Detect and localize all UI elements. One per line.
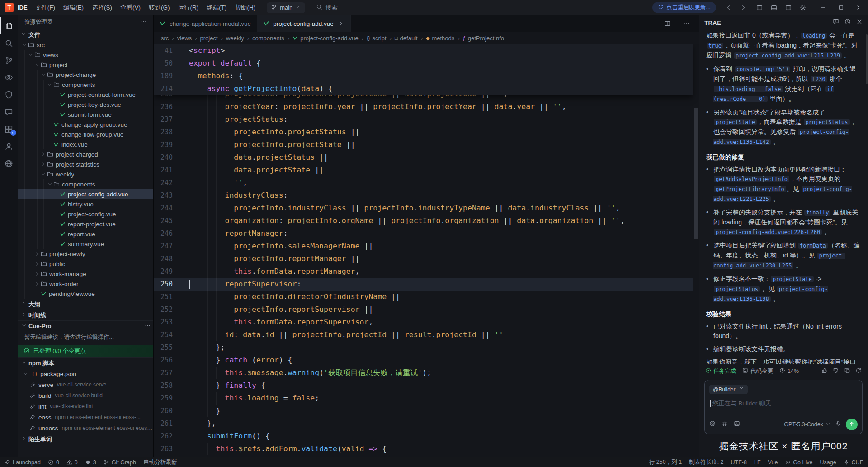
activity-debug[interactable] (0, 86, 18, 103)
breadcrumb-views[interactable]: views (177, 35, 192, 42)
model-selector[interactable]: GPT-5.3-Codex (784, 421, 830, 428)
scrollbar-thumb[interactable] (694, 108, 698, 239)
chat-messages[interactable]: 如果接口返回非 0（或者异常），loading 会一直是 true，页面就一直看… (699, 30, 868, 364)
statusbar-language-mode[interactable]: Vue (768, 459, 778, 466)
menu-item-6[interactable]: 终端(T) (203, 4, 231, 12)
breadcrumb-script[interactable]: {}script (367, 35, 386, 42)
mic-button[interactable] (835, 420, 841, 429)
statusbar-git-graph[interactable]: Git Graph (104, 459, 136, 466)
tree-file-summary.vue[interactable]: summary.vue (18, 239, 153, 249)
menu-item-3[interactable]: 查看(V) (116, 4, 145, 12)
section-npm-scripts[interactable]: npm 脚本 (18, 357, 153, 368)
newchat-button[interactable] (833, 19, 839, 27)
send-button[interactable] (846, 419, 858, 430)
arrowright-button[interactable] (737, 1, 750, 14)
activity-browser[interactable] (0, 155, 18, 172)
activity-extensions[interactable]: 5 (0, 120, 18, 138)
chat-input-box[interactable]: @Builder 您正在与 Builder 聊天 GPT-5.3-Codex (704, 380, 863, 434)
tree-file-index.vue[interactable]: index.vue (18, 139, 153, 149)
branch-selector[interactable]: main (267, 2, 305, 13)
history-button[interactable] (844, 19, 851, 27)
tree-file-submit-form.vue[interactable]: submit-form.vue (18, 110, 153, 119)
thumbup-button[interactable] (821, 367, 828, 375)
breadcrumb-default[interactable]: □default (395, 35, 418, 42)
tree-folder-project-statistics[interactable]: project-statistics (18, 159, 153, 169)
file-link[interactable]: project-config-add.vue:L215-L239 (734, 52, 842, 59)
tree-folder-work-manage[interactable]: work-manage (18, 269, 153, 279)
tree-folder-views[interactable]: views (18, 50, 153, 60)
statusbar-cue[interactable]: CUE (844, 459, 863, 466)
window-maximize-button[interactable] (832, 0, 850, 15)
npm-serve[interactable]: servevue-cli-service serve (18, 379, 153, 390)
activity-preview[interactable] (0, 69, 18, 86)
tree-file-report.vue[interactable]: report.vue (18, 229, 153, 239)
file-link[interactable]: project-config-add.vue:L226-L260 (714, 229, 822, 235)
layoutleft-button[interactable] (753, 1, 766, 14)
npm-lint[interactable]: lintvue-cli-service lint (18, 401, 153, 412)
breadcrumb-components[interactable]: components (252, 35, 284, 42)
tab-project-config-add.vue[interactable]: project-config-add.vue (257, 15, 351, 32)
breadcrumb-project-config-add.vue[interactable]: project-config-add.vue (292, 35, 359, 42)
npm-uneoss[interactable]: uneossnpm uni eoss-element eoss-ui eoss-… (18, 423, 153, 434)
breadcrumb-methods[interactable]: ◆methods (426, 35, 454, 42)
tree-file-pendingView.vue[interactable]: pendingView.vue (18, 289, 153, 299)
global-search[interactable]: 搜索 (311, 2, 342, 14)
thumbdown-button[interactable] (833, 367, 839, 375)
at-button[interactable] (709, 420, 716, 429)
section-cuepro[interactable]: Cue-Pro (18, 320, 153, 331)
statusbar-auto-analyze[interactable]: 自动分析刷新 (143, 458, 177, 466)
statusbar-info[interactable]: 3 (85, 459, 96, 466)
statusbar-encoding[interactable]: UTF-8 (731, 459, 747, 466)
statusbar-warnings[interactable]: 0 (66, 459, 78, 466)
section-timeline[interactable]: 时间线 (18, 310, 153, 320)
chat-input[interactable]: 您正在与 Builder 聊天 (710, 400, 857, 408)
statusbar-go-live[interactable]: Go Live (785, 459, 812, 466)
split-editor-button[interactable] (661, 17, 674, 30)
npm-eoss[interactable]: eossnpm i eoss-element eoss-ui eoss-... (18, 412, 153, 423)
activity-account[interactable] (0, 138, 18, 155)
activity-explorer[interactable] (0, 17, 18, 34)
copy-button[interactable] (844, 367, 850, 375)
tree-folder-project-charged[interactable]: project-charged (18, 149, 153, 159)
statusbar-usage[interactable]: Usage (820, 459, 836, 466)
breadcrumb-getProjectInfo[interactable]: ƒgetProjectInfo (463, 35, 504, 42)
tree-file-change-flow-group.vue[interactable]: change-flow-group.vue (18, 129, 153, 139)
arrowleft-button[interactable] (722, 1, 735, 14)
gear-button[interactable] (797, 1, 809, 14)
tree-file-project-config-add.vue[interactable]: project-config-add.vue (18, 189, 153, 199)
tree-file-histry.vue[interactable]: histry.vue (18, 199, 153, 209)
activity-search[interactable] (0, 34, 18, 52)
activity-source-control[interactable] (0, 52, 18, 69)
menu-item-0[interactable]: 文件(F) (31, 4, 59, 12)
editor-scrollbar[interactable] (693, 44, 699, 457)
tree-folder-project-newly[interactable]: project-newly (18, 249, 153, 259)
close-button[interactable] (856, 19, 863, 27)
npm-build[interactable]: buildvue-cli-service build (18, 390, 153, 401)
restart-update-button[interactable]: 点击重启以更新... (652, 2, 716, 13)
menu-item-7[interactable]: 帮助(H) (231, 4, 259, 12)
menu-item-5[interactable]: 运行(R) (174, 4, 203, 12)
statusbar-launchpad[interactable]: Launchpad (5, 459, 41, 466)
window-minimize-button[interactable] (814, 0, 832, 15)
tree-folder-public[interactable]: public (18, 259, 153, 269)
tree-folder-project-change[interactable]: project-change (18, 70, 153, 80)
layoutright-button[interactable] (782, 1, 795, 14)
tree-folder-project[interactable]: project (18, 60, 153, 70)
breadcrumb-weekly[interactable]: weekly (226, 35, 244, 42)
tree-folder-components[interactable]: components (18, 179, 153, 189)
tab-change-application-modal.vue[interactable]: change-application-modal.vue (154, 15, 257, 32)
statusbar-cursor-position[interactable]: 行 250，列 1 (649, 458, 682, 466)
window-close-button[interactable] (850, 0, 868, 15)
tree-file-project-contract-form.vue[interactable]: project-contract-form.vue (18, 90, 153, 100)
tab-close-button[interactable] (339, 21, 344, 26)
hash-button[interactable] (722, 420, 728, 429)
image-button[interactable] (734, 420, 740, 429)
more-editor-button[interactable] (680, 17, 693, 30)
code-changes-button[interactable]: 代码变更 (742, 367, 773, 375)
menu-item-1[interactable]: 编辑(E) (59, 4, 88, 12)
activity-comments[interactable] (0, 103, 18, 120)
layoutbottom-button[interactable] (768, 1, 780, 14)
tree-folder-work-order[interactable]: work-order (18, 279, 153, 289)
section-words[interactable]: 陌生单词 (18, 434, 153, 444)
section-files[interactable]: 文件 (18, 29, 153, 40)
